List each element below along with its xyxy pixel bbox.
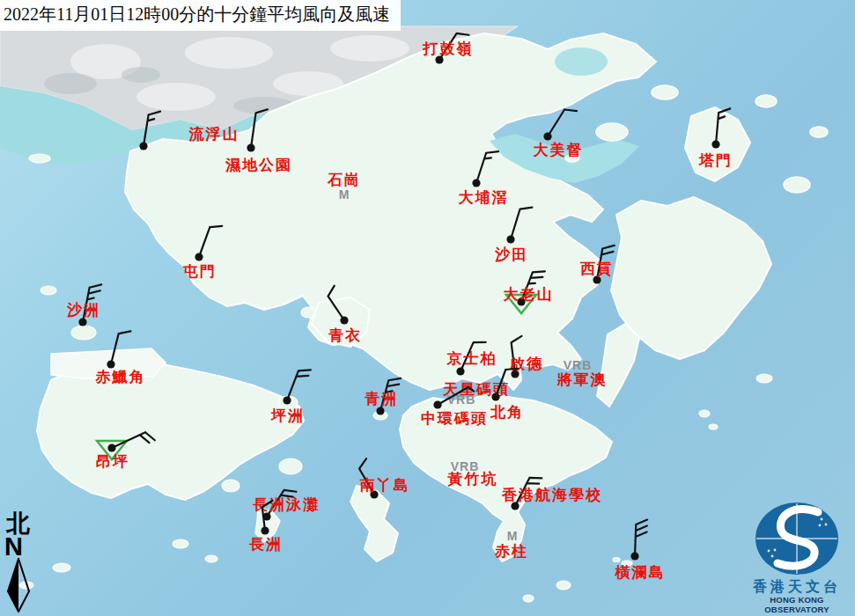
hko-name-chinese: 香港天文台 bbox=[741, 579, 853, 595]
clear-water-bay-peninsula bbox=[597, 324, 639, 407]
station-label: 長洲 bbox=[249, 536, 283, 553]
station-label: 石崗 bbox=[327, 172, 361, 188]
station-label: 昂坪 bbox=[96, 453, 129, 470]
station-dot bbox=[283, 396, 291, 404]
station-green-island: 青洲 bbox=[365, 378, 401, 415]
wind-barb-icon bbox=[635, 520, 647, 556]
vrb-marker: VRB bbox=[447, 392, 476, 407]
station-label: 塔門 bbox=[698, 152, 733, 169]
station-dot bbox=[376, 407, 384, 414]
station-dot bbox=[139, 142, 147, 150]
station-label: 赤柱 bbox=[494, 543, 528, 560]
station-dot bbox=[107, 360, 114, 368]
hko-name-english: HONG KONG OBSERVATORY bbox=[741, 595, 853, 616]
station-label: 大老山 bbox=[504, 286, 554, 303]
north-compass: 北 N bbox=[4, 512, 43, 616]
m-marker: M bbox=[507, 529, 519, 543]
hong-kong-map: 流浮山濕地公園石崗M打鼓嶺大美督塔門大埔滘沙田西貢大老山屯門沙洲赤鱲角青衣坪洲昂… bbox=[0, 0, 855, 616]
station-dot bbox=[195, 253, 203, 260]
station-label: 大美督 bbox=[534, 141, 584, 158]
station-label: 青衣 bbox=[328, 327, 362, 344]
station-label: 西貢 bbox=[579, 260, 614, 277]
station-dot bbox=[472, 179, 480, 187]
station-sha-chau: 沙洲 bbox=[66, 284, 101, 326]
station-dot bbox=[506, 235, 514, 243]
station-dot bbox=[456, 367, 464, 375]
vrb-marker: VRB bbox=[451, 459, 480, 473]
compass-north-letter: N bbox=[4, 535, 43, 558]
station-label: 坪洲 bbox=[270, 407, 305, 424]
station-dot bbox=[711, 140, 719, 148]
station-label: 打鼓嶺 bbox=[423, 40, 474, 57]
wind-barb-icon bbox=[548, 109, 577, 136]
station-label: 沙洲 bbox=[66, 302, 100, 319]
station-label: 大埔滘 bbox=[459, 189, 509, 206]
station-tseung-kwan-o: 將軍澳VRB bbox=[556, 358, 608, 388]
station-lamma-island: 南丫島 bbox=[359, 458, 410, 499]
starling-inlet-water bbox=[555, 48, 608, 76]
station-dot bbox=[630, 552, 638, 560]
north-arrow-icon bbox=[5, 558, 32, 612]
station-label: 橫瀾島 bbox=[615, 564, 666, 581]
station-waglan-island: 橫瀾島 bbox=[615, 520, 666, 581]
lantau-island bbox=[37, 357, 304, 500]
station-dot bbox=[261, 526, 269, 534]
station-label: 屯門 bbox=[182, 263, 217, 280]
hko-logo-icon bbox=[742, 502, 851, 576]
station-label: 流浮山 bbox=[188, 126, 240, 143]
station-label: 南丫島 bbox=[360, 477, 410, 494]
map-title: 2022年11月01日12時00分的十分鐘平均風向及風速 bbox=[0, 0, 401, 31]
station-dot bbox=[340, 316, 348, 324]
station-label: 赤鱲角 bbox=[95, 369, 146, 385]
hko-logo: 香港天文台 HONG KONG OBSERVATORY bbox=[741, 502, 853, 616]
station-dot bbox=[107, 444, 115, 451]
m-marker: M bbox=[339, 187, 350, 202]
station-label: 沙田 bbox=[494, 246, 528, 263]
station-label: 將軍澳 bbox=[556, 371, 608, 388]
station-dot bbox=[433, 400, 441, 408]
station-dot bbox=[543, 132, 551, 140]
station-tai-mei-tuk: 大美督 bbox=[534, 109, 584, 158]
station-label: 青洲 bbox=[365, 391, 398, 407]
station-label: 中環碼頭 bbox=[421, 410, 488, 427]
station-label: 京士柏 bbox=[446, 350, 498, 367]
station-dot bbox=[247, 143, 254, 151]
station-dot bbox=[78, 318, 86, 326]
station-label: 濕地公園 bbox=[225, 157, 292, 173]
wind-map-stage: 流浮山濕地公園石崗M打鼓嶺大美督塔門大埔滘沙田西貢大老山屯門沙洲赤鱲角青衣坪洲昂… bbox=[0, 0, 855, 616]
station-label: 北角 bbox=[490, 404, 524, 421]
station-dot bbox=[491, 392, 499, 400]
station-label: 香港航海學校 bbox=[501, 487, 602, 503]
vrb-marker: VRB bbox=[564, 358, 593, 372]
